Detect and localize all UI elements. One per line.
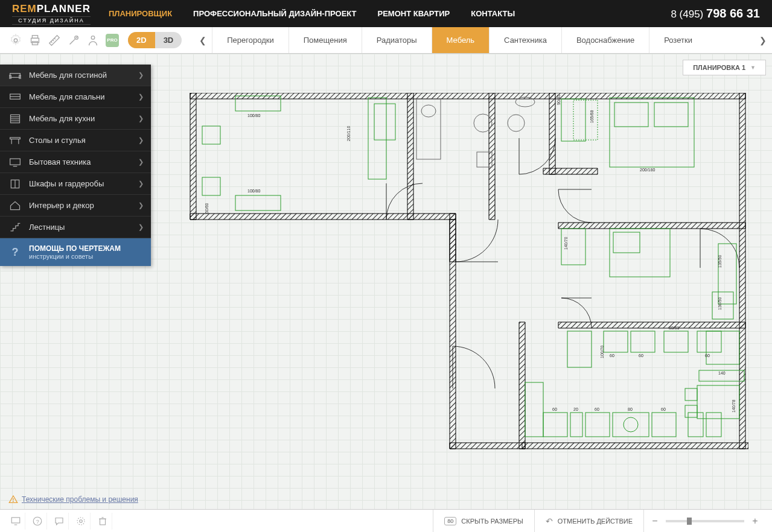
- cabinet-icon: [7, 113, 23, 125]
- tab-furniture[interactable]: Мебель: [432, 27, 490, 53]
- tools-icon[interactable]: [65, 32, 82, 49]
- print-icon[interactable]: [27, 32, 43, 49]
- tab-plumbing[interactable]: Сантехника: [489, 27, 561, 53]
- tabs-prev-icon[interactable]: ❮: [194, 36, 212, 45]
- footer-left: ?: [6, 513, 433, 530]
- ruler-icon[interactable]: [46, 32, 63, 49]
- svg-text:130/50: 130/50: [718, 297, 722, 310]
- sidebar-item-kitchen[interactable]: Мебель для кухни ❯: [0, 108, 151, 130]
- sidebar-item-wardrobes[interactable]: Шкафы и гардеробы ❯: [0, 173, 151, 195]
- tab-rooms[interactable]: Помещения: [289, 27, 362, 53]
- svg-rect-51: [712, 292, 733, 319]
- svg-rect-60: [685, 388, 697, 401]
- app-header: REMPLANNER СТУДИЯ ДИЗАЙНА ПЛАНИРОВЩИК ПР…: [0, 0, 772, 27]
- chevron-right-icon: ❯: [138, 223, 144, 231]
- svg-text:90/45: 90/45: [557, 94, 561, 105]
- chevron-right-icon: ❯: [138, 71, 144, 79]
- help-icon[interactable]: ?: [28, 513, 47, 530]
- svg-rect-42: [561, 99, 585, 141]
- sidebar-item-label: Интерьер и декор: [29, 201, 138, 210]
- svg-rect-64: [570, 413, 582, 437]
- tabs-next-icon[interactable]: ❯: [754, 36, 772, 45]
- zoom-slider[interactable]: [666, 520, 744, 522]
- phone[interactable]: 8 (495) 798 66 31: [671, 7, 760, 21]
- sidebar-item-tables[interactable]: Столы и стулья ❯: [0, 130, 151, 151]
- worker-icon[interactable]: [85, 32, 101, 49]
- svg-rect-15: [10, 138, 21, 139]
- sidebar-item-appliances[interactable]: Бытовая техника ❯: [0, 151, 151, 173]
- view-2d-button[interactable]: 2D: [128, 32, 155, 48]
- svg-text:135/50: 135/50: [718, 255, 722, 268]
- sidebar-item-stairs[interactable]: Лестницы ❯: [0, 217, 151, 238]
- trash-icon[interactable]: [93, 513, 112, 530]
- tab-radiators[interactable]: Радиаторы: [362, 27, 432, 53]
- table-icon: [7, 135, 23, 147]
- svg-text:140/78: 140/78: [732, 399, 736, 413]
- tab-sockets[interactable]: Розетки: [649, 27, 707, 53]
- view-3d-button[interactable]: 3D: [155, 32, 182, 48]
- nav-renovation[interactable]: РЕМОНТ КВАРТИР: [378, 9, 450, 18]
- svg-rect-53: [604, 331, 628, 352]
- phone-number: 798 66 31: [706, 7, 760, 20]
- tech-problems-link[interactable]: Технические проблемы и решения: [8, 495, 138, 504]
- svg-rect-69: [688, 413, 703, 437]
- floorplan[interactable]: 100/80 200/110 165/68 200/180 100/80 60/…: [181, 93, 748, 455]
- svg-rect-70: [706, 413, 721, 437]
- dims-badge: 80: [444, 517, 456, 525]
- sidebar-item-living[interactable]: Мебель для гостиной ❯: [0, 65, 151, 86]
- sidebar-item-bedroom[interactable]: Мебель для спальни ❯: [0, 86, 151, 108]
- monitor-icon[interactable]: [6, 513, 25, 530]
- undo-button[interactable]: ↶ ОТМЕНИТЬ ДЕЙСТВИЕ: [534, 510, 643, 532]
- svg-text:60: 60: [639, 353, 643, 358]
- svg-rect-49: [613, 232, 640, 253]
- svg-rect-36: [416, 99, 441, 159]
- hide-dimensions-button[interactable]: 80 СКРЫТЬ РАЗМЕРЫ: [433, 510, 534, 532]
- logo[interactable]: REMPLANNER СТУДИЯ ДИЗАЙНА: [12, 3, 91, 25]
- svg-point-100: [79, 519, 82, 522]
- sidebar-item-label: Шкафы и гардеробы: [29, 179, 138, 188]
- zoom-out-button[interactable]: −: [650, 516, 660, 527]
- svg-rect-71: [525, 382, 543, 437]
- svg-rect-96: [11, 518, 20, 523]
- canvas-area[interactable]: ПЛАНИРОВКА 1 ▼ Мебель для гостиной ❯ Меб…: [0, 54, 772, 509]
- undo-label: ОТМЕНИТЬ ДЕЙСТВИЕ: [558, 518, 633, 525]
- settings-gear-icon[interactable]: [7, 32, 24, 49]
- svg-text:80: 80: [628, 407, 633, 411]
- svg-rect-52: [567, 331, 592, 367]
- svg-text:60: 60: [705, 353, 710, 358]
- sidebar-item-label: Мебель для гостиной: [29, 71, 138, 80]
- tab-walls[interactable]: Перегородки: [212, 27, 288, 53]
- svg-rect-56: [697, 331, 721, 352]
- category-tabs: Перегородки Помещения Радиаторы Мебель С…: [212, 27, 754, 53]
- settings-icon[interactable]: [71, 513, 91, 530]
- nav-design-project[interactable]: ПРОФЕССИОНАЛЬНЫЙ ДИЗАЙН-ПРОЕКТ: [193, 9, 356, 18]
- svg-rect-2: [32, 35, 37, 38]
- footer: ? 80 СКРЫТЬ РАЗМЕРЫ ↶ ОТМЕНИТЬ ДЕЙСТВИЕ …: [0, 509, 772, 532]
- chat-icon[interactable]: [49, 513, 69, 530]
- svg-rect-55: [664, 331, 688, 352]
- svg-rect-30: [202, 126, 220, 144]
- chevron-right-icon: ❯: [138, 93, 144, 101]
- tab-water[interactable]: Водоснабжение: [561, 27, 649, 53]
- tv-icon: [7, 156, 23, 168]
- sidebar-item-decor[interactable]: Интерьер и декор ❯: [0, 195, 151, 217]
- zoom-handle[interactable]: [687, 518, 692, 525]
- sidebar-help[interactable]: ? ПОМОЩЬ ПО ЧЕРТЕЖАМ инструкции и советы: [0, 238, 151, 266]
- question-icon: ?: [7, 246, 23, 259]
- svg-text:60/60: 60/60: [205, 203, 209, 214]
- svg-rect-33: [235, 195, 281, 211]
- nav-contacts[interactable]: КОНТАКТЫ: [471, 9, 515, 18]
- svg-rect-18: [10, 159, 21, 165]
- nav-planner[interactable]: ПЛАНИРОВЩИК: [109, 9, 172, 18]
- svg-text:100/80: 100/80: [247, 113, 261, 118]
- zoom-in-button[interactable]: +: [750, 516, 760, 527]
- svg-rect-57: [706, 331, 739, 364]
- svg-text:100/80: 100/80: [247, 189, 261, 193]
- svg-point-0: [14, 39, 18, 42]
- svg-text:200/180: 200/180: [640, 168, 655, 172]
- chevron-right-icon: ❯: [138, 201, 144, 209]
- svg-rect-3: [32, 41, 37, 45]
- pro-badge[interactable]: PRO: [104, 32, 121, 49]
- plan-selector[interactable]: ПЛАНИРОВКА 1 ▼: [683, 60, 766, 75]
- svg-rect-65: [585, 413, 610, 437]
